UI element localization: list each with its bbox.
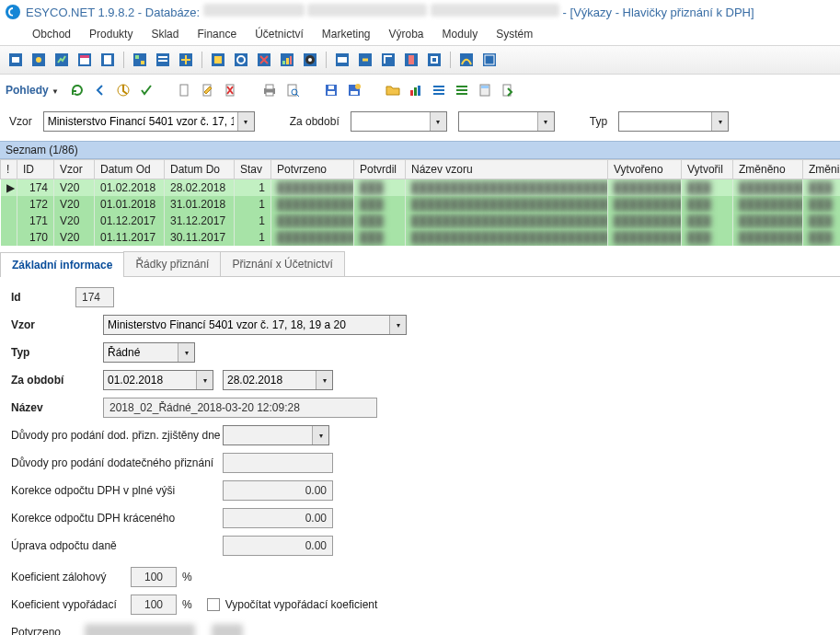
- col-zmenil[interactable]: Změnil: [803, 160, 841, 179]
- back-button[interactable]: [90, 80, 110, 100]
- filter-zaobdobi-from[interactable]: ▾: [351, 111, 447, 132]
- col-stav[interactable]: Stav: [235, 160, 271, 179]
- typ-combo[interactable]: ▾: [103, 342, 195, 363]
- toolbar-btn-3[interactable]: [52, 50, 72, 70]
- menu-sklad[interactable]: Sklad: [143, 25, 187, 43]
- col-nazevvzoru[interactable]: Název vzoru: [406, 160, 608, 179]
- chevron-down-icon[interactable]: ▾: [237, 112, 254, 131]
- table-row[interactable]: 171V2001.12.201731.12.20171█████████████…: [1, 213, 841, 229]
- chevron-down-icon[interactable]: ▾: [711, 112, 728, 131]
- col-vytvoril[interactable]: Vytvořil: [682, 160, 733, 179]
- grid-header-row[interactable]: ! ID Vzor Datum Od Datum Do Stav Potvrze…: [1, 160, 841, 179]
- toolbar-btn-10[interactable]: [231, 50, 251, 70]
- list-button[interactable]: [429, 80, 449, 100]
- col-potvrzeno[interactable]: Potvrzeno: [271, 160, 354, 179]
- tab-radky-priznani[interactable]: Řádky přiznání: [123, 251, 221, 276]
- col-potvrdil[interactable]: Potvrdil: [354, 160, 406, 179]
- export-button[interactable]: [498, 80, 518, 100]
- filter-zaobdobi-to[interactable]: ▾: [458, 111, 555, 132]
- new-button[interactable]: [175, 80, 195, 100]
- col-datum-do[interactable]: Datum Do: [165, 160, 235, 179]
- chevron-down-icon[interactable]: ▾: [389, 316, 406, 334]
- table-row[interactable]: ▶174V2001.02.201828.02.20181████████████…: [1, 179, 841, 197]
- vzor-combo[interactable]: ▾: [103, 315, 407, 335]
- duvody1-combo[interactable]: ▾: [223, 425, 329, 445]
- toolbar-btn-11[interactable]: [254, 50, 274, 70]
- koef1-field[interactable]: [131, 567, 177, 587]
- toolbar-btn-1[interactable]: [6, 50, 26, 70]
- filter-typ-combo[interactable]: ▾: [618, 111, 729, 132]
- toolbar-btn-15[interactable]: [355, 50, 375, 70]
- menu-produkty[interactable]: Produkty: [81, 25, 141, 43]
- table-row[interactable]: 172V2001.01.201831.01.20181█████████████…: [1, 196, 841, 213]
- delete-button[interactable]: [221, 80, 241, 100]
- toolbar-btn-6[interactable]: [130, 50, 150, 70]
- korekce2-field[interactable]: [223, 508, 333, 528]
- save-button[interactable]: [321, 80, 341, 100]
- open-folder-button[interactable]: [383, 80, 403, 100]
- duvody2-field[interactable]: [223, 453, 333, 473]
- id-field: [75, 287, 114, 307]
- listgreen-button[interactable]: [452, 80, 472, 100]
- print-button[interactable]: [259, 80, 280, 100]
- tab-zakladni-informace[interactable]: Základní informace: [0, 252, 124, 277]
- toolbar-btn-8[interactable]: [176, 50, 196, 70]
- chart-button[interactable]: [406, 80, 426, 100]
- od-combo[interactable]: ▾: [103, 370, 213, 390]
- menu-finance[interactable]: Finance: [189, 25, 245, 43]
- tab-priznani-x-ucetnictvi[interactable]: Přiznání x Účetnictví: [220, 251, 344, 276]
- svg-rect-37: [408, 55, 414, 64]
- toolbar-btn-4[interactable]: [75, 50, 95, 70]
- chevron-down-icon[interactable]: ▾: [537, 112, 554, 131]
- filter-vzor-combo[interactable]: ▾: [43, 111, 255, 132]
- do-combo[interactable]: ▾: [223, 370, 333, 390]
- toolbar-btn-14[interactable]: [332, 50, 352, 70]
- toolbar-btn-16[interactable]: [378, 50, 398, 70]
- chevron-down-icon[interactable]: ▾: [312, 426, 328, 444]
- edit-button[interactable]: [198, 80, 218, 100]
- menu-moduly[interactable]: Moduly: [434, 25, 487, 43]
- vypocitat-checkbox[interactable]: [207, 598, 220, 611]
- toolbar-btn-20[interactable]: [479, 50, 500, 70]
- uprava-field[interactable]: [223, 536, 333, 556]
- toolbar-btn-7[interactable]: [153, 50, 173, 70]
- table-row[interactable]: 170V2001.11.201730.11.20171█████████████…: [1, 229, 841, 246]
- col-vzor[interactable]: Vzor: [54, 160, 95, 179]
- chevron-down-icon[interactable]: ▾: [316, 371, 332, 389]
- toolbar-btn-2[interactable]: [29, 50, 49, 70]
- svg-rect-64: [433, 93, 444, 95]
- preview-button[interactable]: [282, 80, 303, 100]
- toolbar-btn-19[interactable]: [456, 50, 477, 70]
- toolbar-btn-9[interactable]: [208, 50, 228, 70]
- toolbar-btn-17[interactable]: [401, 50, 421, 70]
- col-zmeneno[interactable]: Změněno: [733, 160, 803, 179]
- koef2-field[interactable]: [131, 595, 177, 615]
- korekce1-field[interactable]: [223, 480, 333, 501]
- ok-button[interactable]: [136, 80, 156, 100]
- calc-button[interactable]: [475, 80, 495, 100]
- chevron-down-icon[interactable]: ▾: [430, 112, 446, 131]
- filter-vzor-input[interactable]: [44, 112, 237, 131]
- menu-system[interactable]: Systém: [488, 25, 541, 43]
- refresh-button[interactable]: [67, 80, 87, 100]
- views-dropdown[interactable]: Pohledy ▼: [6, 84, 59, 97]
- toolbar-btn-18[interactable]: [424, 50, 444, 70]
- chevron-down-icon[interactable]: ▾: [196, 371, 213, 389]
- col-marker[interactable]: !: [1, 160, 17, 179]
- col-id[interactable]: ID: [17, 160, 54, 179]
- cancel-button[interactable]: [113, 80, 133, 100]
- col-datum-od[interactable]: Datum Od: [95, 160, 165, 179]
- data-grid[interactable]: ! ID Vzor Datum Od Datum Do Stav Potvrze…: [0, 159, 840, 246]
- menu-obchod[interactable]: Obchod: [24, 25, 79, 43]
- chevron-down-icon[interactable]: ▾: [178, 343, 194, 362]
- toolbar-btn-13[interactable]: [300, 50, 320, 70]
- menu-vyroba[interactable]: Výroba: [381, 25, 432, 43]
- col-vytvoreno[interactable]: Vytvořeno: [608, 160, 682, 179]
- save-print-button[interactable]: [344, 80, 364, 100]
- toolbar-btn-12[interactable]: [277, 50, 297, 70]
- toolbar-btn-5[interactable]: [98, 50, 118, 70]
- menu-marketing[interactable]: Marketing: [314, 25, 379, 43]
- title-bar: ESYCO.NET 1.9.8.2 - Databáze: - [Výkazy …: [0, 0, 840, 23]
- menu-ucetnictvi[interactable]: Účetnictví: [247, 25, 312, 43]
- svg-point-6: [36, 57, 41, 63]
